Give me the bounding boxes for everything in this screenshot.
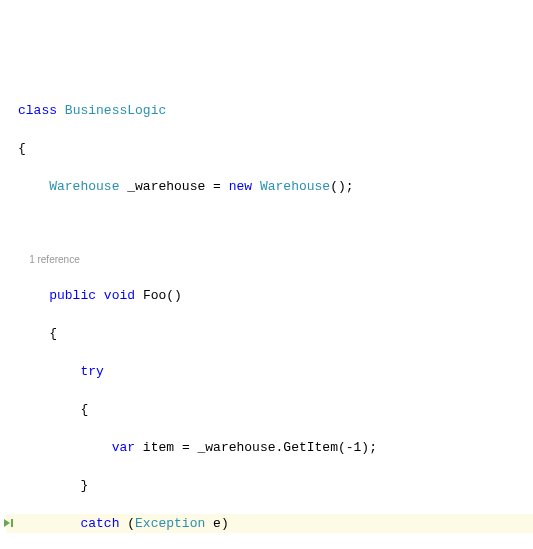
- type-name: Warehouse: [49, 179, 119, 194]
- code-line: try: [6, 362, 533, 381]
- current-line: catch (Exception e): [6, 514, 533, 533]
- codelens[interactable]: 1 reference: [6, 253, 533, 267]
- code-line: Warehouse _warehouse = new Warehouse();: [6, 177, 533, 196]
- type-name: BusinessLogic: [65, 103, 166, 118]
- code-line: {: [6, 400, 533, 419]
- execution-pointer-icon: [2, 516, 16, 530]
- code-line: var item = _warehouse.GetItem(-1);: [6, 438, 533, 457]
- code-editor[interactable]: class BusinessLogic { Warehouse _warehou…: [6, 82, 533, 549]
- svg-rect-1: [11, 519, 13, 527]
- code-line: class BusinessLogic: [6, 101, 533, 120]
- blank-line: [6, 215, 533, 234]
- code-line: public void Foo(): [6, 286, 533, 305]
- code-line: {: [6, 139, 533, 158]
- keyword: class: [18, 103, 57, 118]
- svg-marker-0: [4, 519, 10, 527]
- code-line: {: [6, 324, 533, 343]
- code-line: }: [6, 476, 533, 495]
